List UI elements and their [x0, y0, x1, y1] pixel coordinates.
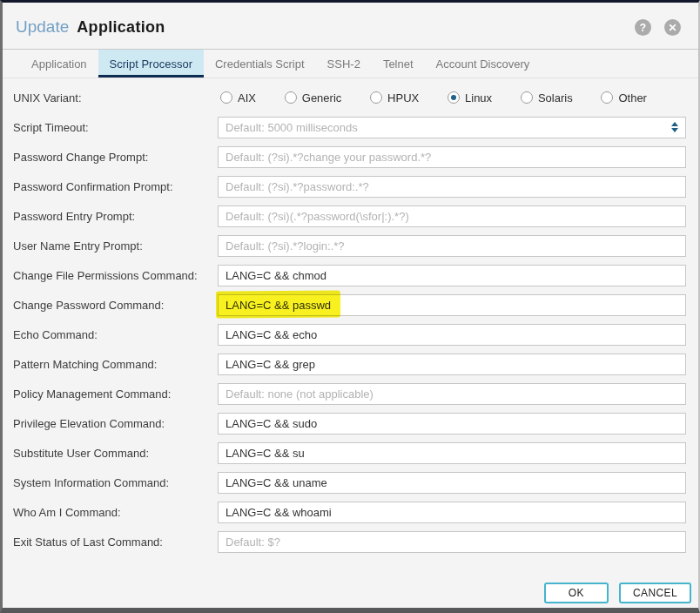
form-row: Substitute User Command: — [13, 438, 686, 468]
field-label-privilege-elevation-command: Privilege Elevation Command: — [13, 417, 218, 430]
page-title: Application — [77, 18, 165, 36]
form-row: Password Entry Prompt: — [13, 201, 686, 231]
input-wrap — [218, 265, 686, 286]
header-icons: ? ✕ — [635, 19, 681, 36]
input-wrap — [218, 117, 686, 138]
tab-credentials-script[interactable]: Credentials Script — [204, 50, 316, 77]
radio-option-label: HPUX — [387, 91, 419, 104]
form-row: Echo Command: — [13, 320, 686, 349]
input-privilege-elevation-command[interactable] — [218, 413, 686, 434]
input-system-information-command[interactable] — [218, 472, 686, 494]
input-wrap — [218, 354, 686, 375]
input-wrap — [218, 413, 686, 434]
close-icon[interactable]: ✕ — [664, 19, 681, 36]
input-script-timeout[interactable] — [218, 117, 686, 138]
field-label-substitute-user-command: Substitute User Command: — [13, 447, 218, 460]
input-wrap — [218, 324, 686, 346]
input-wrap — [218, 502, 686, 523]
radio-other[interactable]: Other — [601, 91, 647, 104]
dialog-footer: OK CANCEL — [544, 583, 691, 603]
form-row: System Information Command: — [13, 468, 686, 497]
input-substitute-user-command[interactable] — [218, 442, 686, 464]
field-label-password-entry-prompt: Password Entry Prompt: — [13, 210, 218, 223]
form-row: Privilege Elevation Command: — [13, 408, 686, 438]
field-label-system-information-command: System Information Command: — [13, 476, 218, 489]
number-spinner-icon[interactable] — [671, 122, 678, 132]
tab-ssh-2[interactable]: SSH-2 — [316, 50, 372, 77]
form-row: Who Am I Command: — [13, 497, 686, 527]
radio-button-icon — [370, 91, 382, 104]
input-who-am-i-command[interactable] — [218, 502, 686, 523]
unix-variant-options: AIXGenericHPUXLinuxSolarisOther — [218, 91, 686, 104]
script-processor-form: UNIX Variant: AIXGenericHPUXLinuxSolaris… — [3, 78, 698, 556]
form-row: Password Confirmation Prompt: — [13, 172, 686, 201]
field-label-who-am-i-command: Who Am I Command: — [13, 506, 218, 519]
input-exit-status-of-last-command[interactable] — [218, 531, 686, 553]
form-row: Pattern Matching Command: — [13, 349, 686, 379]
ok-button[interactable]: OK — [544, 583, 609, 603]
tab-telnet[interactable]: Telnet — [372, 50, 425, 77]
input-pattern-matching-command[interactable] — [218, 354, 686, 375]
radio-button-icon — [521, 91, 533, 104]
radio-button-icon — [601, 91, 613, 104]
radio-linux[interactable]: Linux — [448, 91, 492, 104]
radio-option-label: Other — [618, 91, 647, 104]
input-wrap — [218, 146, 686, 168]
field-label-script-timeout: Script Timeout: — [13, 121, 218, 134]
radio-button-icon — [448, 91, 460, 104]
radio-button-icon — [220, 91, 232, 104]
tab-bar: ApplicationScript ProcessorCredentials S… — [3, 50, 698, 78]
field-label-exit-status-of-last-command: Exit Status of Last Command: — [13, 536, 218, 549]
tab-script-processor[interactable]: Script Processor — [98, 50, 204, 77]
field-label-pattern-matching-command: Pattern Matching Command: — [13, 358, 218, 371]
field-label-echo-command: Echo Command: — [13, 328, 218, 341]
spinner-down-arrow-icon[interactable] — [671, 128, 678, 132]
input-wrap — [218, 176, 686, 198]
radio-aix[interactable]: AIX — [220, 91, 256, 104]
field-label-password-change-prompt: Password Change Prompt: — [13, 151, 218, 164]
radio-hpux[interactable]: HPUX — [370, 91, 419, 104]
help-icon[interactable]: ? — [635, 19, 651, 36]
field-label-password-confirmation-prompt: Password Confirmation Prompt: — [13, 180, 218, 193]
radio-option-label: Generic — [302, 91, 342, 104]
tab-application[interactable]: Application — [20, 50, 98, 77]
input-change-file-permissions-command[interactable] — [218, 265, 686, 286]
input-wrap — [218, 472, 686, 494]
unix-variant-label: UNIX Variant: — [13, 91, 218, 104]
tab-account-discovery[interactable]: Account Discovery — [425, 50, 542, 77]
radio-option-label: AIX — [238, 91, 256, 104]
unix-variant-row: UNIX Variant: AIXGenericHPUXLinuxSolaris… — [13, 83, 686, 112]
form-row: Change File Permissions Command: — [13, 260, 686, 290]
spinner-up-arrow-icon[interactable] — [671, 122, 678, 126]
form-row: User Name Entry Prompt: — [13, 231, 686, 260]
radio-option-label: Solaris — [538, 91, 573, 104]
field-label-change-file-permissions-command: Change File Permissions Command: — [13, 269, 218, 282]
input-wrap — [218, 294, 686, 316]
input-password-entry-prompt[interactable] — [218, 205, 686, 227]
radio-button-icon — [285, 91, 297, 104]
input-wrap — [218, 442, 686, 464]
cancel-button[interactable]: CANCEL — [619, 583, 691, 603]
form-rows: Script Timeout:Password Change Prompt:Pa… — [13, 112, 686, 556]
radio-option-label: Linux — [465, 91, 492, 104]
input-wrap — [218, 383, 686, 405]
input-user-name-entry-prompt[interactable] — [218, 235, 686, 257]
input-echo-command[interactable] — [218, 324, 686, 346]
dialog-action-label: Update — [16, 17, 69, 36]
field-label-user-name-entry-prompt: User Name Entry Prompt: — [13, 239, 218, 253]
radio-generic[interactable]: Generic — [285, 91, 342, 104]
update-application-dialog: UpdateApplication ? ✕ ApplicationScript … — [0, 0, 700, 613]
input-password-confirmation-prompt[interactable] — [218, 176, 686, 198]
input-wrap — [218, 205, 686, 227]
form-row: Change Password Command: — [13, 290, 686, 320]
radio-solaris[interactable]: Solaris — [521, 91, 573, 104]
form-row: Policy Management Command: — [13, 379, 686, 408]
input-change-password-command[interactable] — [218, 294, 686, 316]
input-password-change-prompt[interactable] — [218, 146, 686, 168]
form-row: Exit Status of Last Command: — [13, 527, 686, 556]
form-row: Script Timeout: — [13, 112, 686, 142]
field-label-policy-management-command: Policy Management Command: — [13, 387, 218, 401]
input-policy-management-command[interactable] — [218, 383, 686, 405]
input-wrap — [218, 235, 686, 257]
form-row: Password Change Prompt: — [13, 142, 686, 172]
